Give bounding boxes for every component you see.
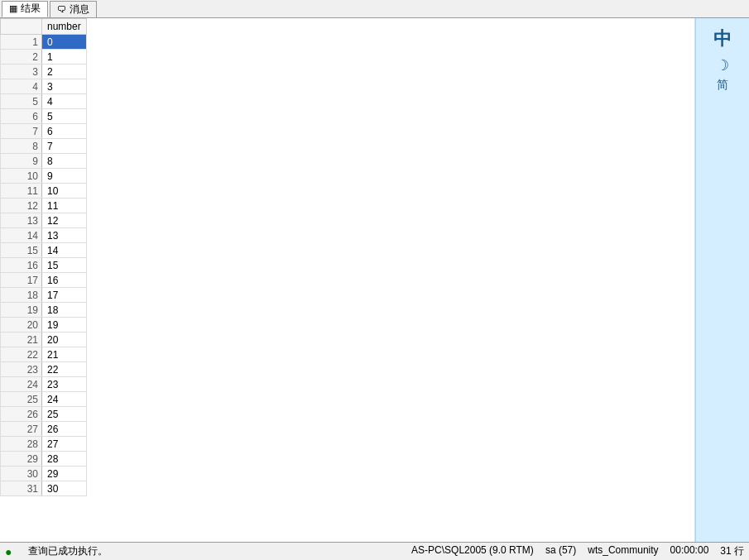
row-number: 16 <box>1 258 42 273</box>
main-content: number 102132435465768798109111012111312… <box>0 18 749 542</box>
row-value: 3 <box>42 79 87 94</box>
row-number: 17 <box>1 273 42 288</box>
row-number: 4 <box>1 79 42 94</box>
table-row[interactable]: 2019 <box>1 318 87 333</box>
row-value: 10 <box>42 184 87 199</box>
row-value: 0 <box>42 35 87 50</box>
simple-char: 简 <box>717 78 728 93</box>
row-value: 11 <box>42 199 87 213</box>
table-row[interactable]: 1716 <box>1 273 87 288</box>
row-number: 14 <box>1 228 42 243</box>
moon-icon: ☽ <box>716 56 729 74</box>
msg-icon: 🗨 <box>57 4 66 14</box>
table-area[interactable]: number 102132435465768798109111012111312… <box>0 18 695 542</box>
table-row[interactable]: 21 <box>1 50 87 65</box>
row-number: 23 <box>1 362 42 377</box>
row-value: 8 <box>42 154 87 169</box>
row-number: 13 <box>1 213 42 228</box>
row-number: 31 <box>1 481 42 496</box>
table-row[interactable]: 54 <box>1 94 87 109</box>
status-user: sa (57) <box>545 544 576 558</box>
table-row[interactable]: 2726 <box>1 422 87 437</box>
table-row[interactable]: 2524 <box>1 392 87 407</box>
table-row[interactable]: 3029 <box>1 467 87 481</box>
table-row[interactable]: 1514 <box>1 243 87 258</box>
row-value: 29 <box>42 467 87 481</box>
row-value: 23 <box>42 377 87 392</box>
row-number: 11 <box>1 184 42 199</box>
row-number: 12 <box>1 199 42 213</box>
row-value: 14 <box>42 243 87 258</box>
row-value: 13 <box>42 228 87 243</box>
row-value: 6 <box>42 124 87 139</box>
table-row[interactable]: 109 <box>1 169 87 184</box>
row-number: 19 <box>1 303 42 318</box>
table-row[interactable]: 1211 <box>1 199 87 213</box>
status-message: 查询已成功执行。 <box>28 544 398 558</box>
table-row[interactable]: 87 <box>1 139 87 154</box>
table-row[interactable]: 1615 <box>1 258 87 273</box>
row-number: 29 <box>1 452 42 467</box>
chinese-char: 中 <box>713 26 732 51</box>
number-column-header: number <box>42 19 87 35</box>
status-database: wts_Community <box>588 544 658 558</box>
table-row[interactable]: 2423 <box>1 377 87 392</box>
row-value: 28 <box>42 452 87 467</box>
row-value: 21 <box>42 347 87 362</box>
ok-icon: ● <box>5 545 12 558</box>
row-value: 18 <box>42 303 87 318</box>
table-row[interactable]: 98 <box>1 154 87 169</box>
status-server: AS-PC\SQL2005 (9.0 RTM) <box>411 544 534 558</box>
table-row[interactable]: 2827 <box>1 437 87 452</box>
table-row[interactable]: 65 <box>1 109 87 124</box>
tab-results[interactable]: ▦ 结果 <box>2 1 48 17</box>
results-table: number 102132435465768798109111012111312… <box>0 18 87 496</box>
row-value: 15 <box>42 258 87 273</box>
row-number: 24 <box>1 377 42 392</box>
status-rows: 31 行 <box>720 544 744 558</box>
row-value: 17 <box>42 288 87 303</box>
table-row[interactable]: 76 <box>1 124 87 139</box>
row-number: 22 <box>1 347 42 362</box>
status-right: AS-PC\SQL2005 (9.0 RTM) sa (57) wts_Comm… <box>411 544 744 558</box>
table-row[interactable]: 43 <box>1 79 87 94</box>
table-row[interactable]: 2221 <box>1 347 87 362</box>
row-value: 1 <box>42 50 87 65</box>
table-row[interactable]: 32 <box>1 65 87 79</box>
row-number: 26 <box>1 407 42 422</box>
table-row[interactable]: 10 <box>1 35 87 50</box>
table-row[interactable]: 1413 <box>1 228 87 243</box>
row-number: 30 <box>1 467 42 481</box>
row-value: 25 <box>42 407 87 422</box>
row-value: 20 <box>42 333 87 347</box>
row-number: 18 <box>1 288 42 303</box>
row-number: 5 <box>1 94 42 109</box>
table-row[interactable]: 2928 <box>1 452 87 467</box>
table-row[interactable]: 2120 <box>1 333 87 347</box>
row-value: 19 <box>42 318 87 333</box>
table-row[interactable]: 1918 <box>1 303 87 318</box>
grid-icon: ▦ <box>9 3 17 14</box>
table-row[interactable]: 1817 <box>1 288 87 303</box>
table-row[interactable]: 2625 <box>1 407 87 422</box>
side-widget: 中 ☽ 简 <box>695 18 749 542</box>
row-value: 7 <box>42 139 87 154</box>
tab-bar: ▦ 结果 🗨 消息 <box>0 0 749 18</box>
row-num-header <box>1 19 42 35</box>
table-row[interactable]: 2322 <box>1 362 87 377</box>
row-value: 27 <box>42 437 87 452</box>
row-value: 2 <box>42 65 87 79</box>
tab-messages[interactable]: 🗨 消息 <box>50 1 97 17</box>
table-row[interactable]: 3130 <box>1 481 87 496</box>
table-row[interactable]: 1312 <box>1 213 87 228</box>
row-value: 24 <box>42 392 87 407</box>
tab-results-label: 结果 <box>21 2 41 16</box>
row-value: 5 <box>42 109 87 124</box>
row-number: 25 <box>1 392 42 407</box>
tab-messages-label: 消息 <box>70 2 89 17</box>
row-number: 7 <box>1 124 42 139</box>
status-time: 00:00:00 <box>670 544 709 558</box>
row-value: 16 <box>42 273 87 288</box>
table-row[interactable]: 1110 <box>1 184 87 199</box>
row-number: 21 <box>1 333 42 347</box>
